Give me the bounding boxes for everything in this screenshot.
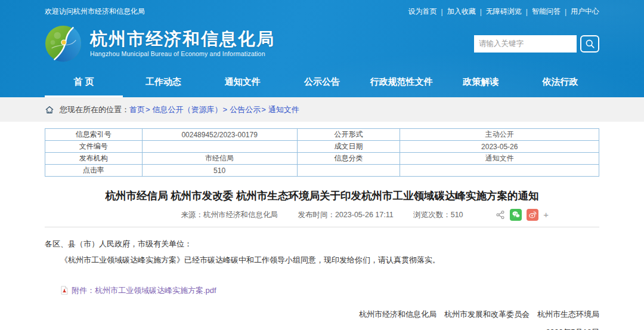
breadcrumb: 您现在所在的位置： 首页 > 信息公开（资源库） > 公告公示 > 通知文件 (0, 97, 644, 122)
top-link-separator: | (565, 8, 566, 16)
main-content: 信息索引号 002489452/2023-00179 公开形式 主动公开 文件编… (0, 128, 644, 330)
empty-value-cell (400, 165, 599, 177)
table-row: 点击率 510 (45, 165, 599, 177)
top-link-separator: | (441, 8, 443, 16)
attachment-row: 附件：杭州市工业领域碳达峰实施方案.pdf (60, 285, 599, 296)
share-nodes-icon[interactable] (496, 210, 505, 220)
top-link-add-favorites[interactable]: 加入收藏 (447, 7, 476, 17)
nav-public-announcements[interactable]: 公示公告 (283, 69, 361, 97)
article-title: 杭州市经信局 杭州市发改委 杭州市生态环境局关于印发杭州市工业领域碳达峰实施方案… (45, 189, 599, 203)
breadcrumb-link-info-disclosure[interactable]: 信息公开（资源库） (153, 104, 222, 115)
breadcrumb-prefix: 您现在所在的位置： (60, 104, 129, 115)
top-link-separator: | (480, 8, 482, 16)
site-name-english: Hangzhou Municipal Bureau of Economy and… (90, 50, 275, 57)
weibo-icon[interactable] (527, 209, 538, 221)
click-rate-label: 点击率 (45, 165, 143, 177)
article-publish-time: 发布时间：2023-05-26 17:11 (298, 211, 393, 219)
empty-label-cell (297, 165, 400, 177)
top-links: 设为首页 | 加入收藏 | 无障碍浏览 | 智能问答 | 用户中心 (408, 7, 600, 17)
disclosure-form-label: 公开形式 (297, 129, 400, 141)
search-input[interactable] (474, 35, 577, 53)
issuing-agency-label: 发布机构 (45, 153, 143, 165)
site-search (474, 35, 599, 53)
home-icon (45, 105, 54, 115)
click-rate-value: 510 (142, 165, 297, 177)
magnifier-icon (585, 39, 595, 49)
nav-home[interactable]: 首 页 (45, 69, 123, 97)
issue-date-label: 成文日期 (297, 141, 400, 153)
site-name: 杭州市经济和信息化局 (90, 30, 275, 48)
top-link-user-center[interactable]: 用户中心 (571, 7, 599, 17)
breadcrumb-link-home[interactable]: 首页 (129, 104, 145, 115)
body-paragraph: 《杭州市工业领域碳达峰实施方案》已经市碳达峰碳中和工作领导小组同意，现印发给你们… (45, 253, 599, 267)
article-meta: 来源：杭州市经济和信息化局 发布时间：2023-05-26 17:11 浏览次数… (45, 210, 599, 227)
nav-law-based-administration[interactable]: 依法行政 (521, 69, 599, 97)
top-link-set-homepage[interactable]: 设为首页 (408, 7, 437, 17)
top-link-accessibility[interactable]: 无障碍浏览 (486, 7, 522, 17)
top-link-separator: | (526, 8, 528, 16)
pdf-icon (60, 286, 69, 295)
disclosure-form-value: 主动公开 (400, 129, 599, 141)
share-bar: + (496, 209, 549, 221)
article-view-count: 浏览次数：510 (413, 211, 463, 219)
wechat-icon[interactable] (510, 209, 522, 221)
top-link-smart-qa[interactable]: 智能问答 (532, 7, 561, 17)
table-row: 信息索引号 002489452/2023-00179 公开形式 主动公开 (45, 129, 599, 141)
site-header: 欢迎访问杭州市经济和信息化局 设为首页 | 加入收藏 | 无障碍浏览 | 智能问… (0, 0, 644, 97)
nav-administrative-normative-documents[interactable]: 行政规范性文件 (363, 69, 441, 97)
site-title: 杭州市经济和信息化局 Hangzhou Municipal Bureau of … (90, 30, 275, 57)
issue-date-value: 2023-05-26 (400, 141, 599, 153)
breadcrumb-separator: > (261, 105, 266, 114)
document-date: 2023年5月18日 (45, 327, 599, 330)
attachment-link[interactable]: 附件：杭州市工业领域碳达峰实施方案.pdf (72, 285, 216, 296)
issuing-agency-value: 市经信局 (142, 153, 297, 165)
document-info-table: 信息索引号 002489452/2023-00179 公开形式 主动公开 文件编… (45, 128, 599, 177)
nav-work-dynamics[interactable]: 工作动态 (124, 69, 202, 97)
article-source: 来源：杭州市经济和信息化局 (181, 211, 278, 219)
banner: 杭州市经济和信息化局 Hangzhou Municipal Bureau of … (0, 19, 644, 69)
document-number-label: 文件编号 (45, 141, 143, 153)
breadcrumb-separator: > (145, 105, 150, 114)
breadcrumb-link-notice-documents[interactable]: 通知文件 (268, 104, 299, 115)
search-button[interactable] (580, 35, 599, 53)
table-row: 文件编号 成文日期 2023-05-26 (45, 141, 599, 153)
signing-agencies: 杭州市经济和信息化局 杭州市发展和改革委员会 杭州市生态环境局 (45, 309, 599, 320)
welcome-text: 欢迎访问杭州市经济和信息化局 (45, 7, 145, 17)
breadcrumb-separator: > (223, 105, 228, 114)
nav-policy-interpretation[interactable]: 政策解读 (442, 69, 520, 97)
breadcrumb-link-announcements[interactable]: 公告公示 (230, 104, 261, 115)
article-body: 各区、县（市）人民政府，市级有关单位： 《杭州市工业领域碳达峰实施方案》已经市碳… (45, 237, 599, 267)
logo-globe-icon (45, 25, 82, 62)
main-nav: 首 页 工作动态 通知文件 公示公告 行政规范性文件 政策解读 依法行政 (0, 69, 644, 97)
table-row: 发布机构 市经信局 信息分类 通知文件 (45, 153, 599, 165)
info-index-label: 信息索引号 (45, 129, 143, 141)
salutation-paragraph: 各区、县（市）人民政府，市级有关单位： (45, 237, 599, 251)
info-category-value: 通知文件 (400, 153, 599, 165)
info-category-label: 信息分类 (297, 153, 400, 165)
share-more-button[interactable]: + (543, 209, 549, 220)
nav-notice-documents[interactable]: 通知文件 (203, 69, 281, 97)
info-index-value: 002489452/2023-00179 (142, 129, 297, 141)
document-number-value (142, 141, 297, 153)
top-utility-bar: 欢迎访问杭州市经济和信息化局 设为首页 | 加入收藏 | 无障碍浏览 | 智能问… (0, 0, 644, 19)
